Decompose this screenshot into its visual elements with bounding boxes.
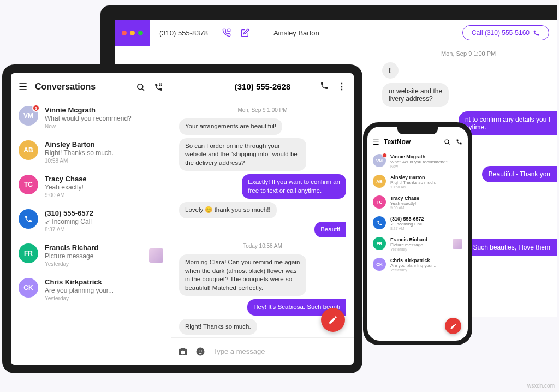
conversation-preview: ↙ Incoming Call [390, 222, 462, 227]
svg-point-9 [445, 140, 449, 144]
avatar [19, 209, 38, 229]
svg-rect-4 [159, 85, 160, 86]
unread-badge [382, 153, 387, 158]
laptop-contact-name: Ainsley Barton [273, 29, 319, 37]
conversation-name: (310) 555-6572 [390, 216, 462, 222]
laptop-phone-number: (310) 555-8378 [150, 29, 218, 37]
conversation-item[interactable]: ABAinsley BartonRight! Thanks so much.10… [11, 135, 171, 169]
conversation-item[interactable]: FRFrancis RichardPicture messageYesterda… [11, 238, 171, 272]
incoming-bubble: So can I order online through your websi… [179, 138, 306, 171]
outgoing-bubble: n. Such beauties, I love them [459, 239, 557, 256]
conversation-preview: What would you recommend? [45, 115, 163, 122]
conversation-item[interactable]: CKChris KirkpatrickAre you planning your… [367, 254, 468, 275]
conversation-preview: Yeah exactly! [45, 183, 163, 191]
conversation-name: (310) 555-6572 [45, 209, 163, 217]
phone-conversation-list: VMVinnie McgrathWhat would you recommend… [367, 150, 468, 276]
search-icon[interactable] [444, 139, 450, 145]
minimize-dot-icon[interactable] [130, 31, 135, 35]
conversation-time: Now [45, 123, 163, 129]
unread-badge: 1 [32, 104, 40, 112]
conversation-preview: Yeah exactly! [390, 201, 462, 206]
outgoing-bubble: Beautiful - Thank you [482, 166, 557, 182]
svg-point-8 [201, 350, 202, 351]
conversation-item[interactable]: (310) 555-6572↙ Incoming Call8:37 AM [367, 213, 468, 234]
svg-rect-3 [161, 83, 162, 84]
conversation-preview: Picture message [45, 252, 142, 260]
conversation-item[interactable]: VMVinnie McgrathWhat would you recommend… [367, 151, 468, 171]
svg-rect-5 [161, 85, 162, 86]
conversation-name: Tracy Chase [390, 195, 462, 201]
phone-device: ☰ TextNow VMVinnie McgrathWhat would you… [363, 122, 472, 345]
chat-header: (310) 555-2628 ⋮ [171, 73, 354, 100]
conversation-name: Francis Richard [390, 237, 448, 242]
outgoing-bubble: Beautif [314, 222, 346, 238]
menu-icon[interactable]: ☰ [373, 138, 379, 146]
more-icon[interactable]: ⋮ [337, 81, 346, 92]
conversation-time: 9:00 AM [45, 192, 163, 198]
conversation-name: Vinnie Mcgrath [45, 106, 163, 114]
conversation-time: Now [390, 164, 462, 168]
avatar: FR [373, 237, 386, 250]
outgoing-bubble: Exactly! If you want to confirm an free … [242, 174, 346, 199]
laptop-header: (310) 555-8378 Ainsley Barton Call (310)… [115, 20, 557, 46]
close-dot-icon[interactable] [122, 31, 127, 35]
sidebar-header: ☰ Conversations [11, 73, 171, 100]
phone-icon[interactable] [320, 81, 329, 92]
avatar: VM1 [19, 106, 38, 126]
avatar: AB [19, 140, 38, 160]
conversation-list: VM1Vinnie McgrathWhat would you recommen… [11, 100, 171, 365]
message-input[interactable]: Type a message [213, 347, 347, 355]
timestamp: Today 10:58 AM [243, 243, 282, 249]
call-button[interactable]: Call (310) 555-5160 [462, 25, 549, 40]
emoji-icon[interactable] [195, 347, 205, 357]
conversation-preview: What would you recommend? [390, 159, 462, 164]
conversation-item[interactable]: (310) 555-6572↙ Incoming Call8:37 AM [11, 204, 171, 238]
compose-fab[interactable] [445, 318, 461, 334]
svg-rect-0 [228, 29, 230, 32]
incoming-bubble: l! [382, 62, 399, 79]
dialpad-icon[interactable] [154, 82, 163, 92]
conversation-preview: ↙ Incoming Call [45, 218, 163, 225]
conversation-item[interactable]: TCTracy ChaseYeah exactly!9:00 AM [11, 169, 171, 204]
conversation-name: Francis Richard [45, 243, 142, 252]
maximize-dot-icon[interactable] [138, 31, 143, 35]
conversation-time: 9:00 AM [390, 206, 462, 210]
compose-fab[interactable] [321, 308, 345, 332]
conversation-name: Vinnie Mcgrath [390, 154, 462, 159]
conversation-item[interactable]: ABAinsley BartonRight! Thanks so much.10… [367, 171, 468, 192]
phone-screen: ☰ TextNow VMVinnie McgrathWhat would you… [367, 127, 468, 341]
camera-icon[interactable] [178, 347, 188, 357]
search-icon[interactable] [136, 82, 145, 92]
conversation-item[interactable]: CKChris KirkpatrickAre you planning your… [11, 272, 171, 307]
avatar: AB [373, 175, 386, 188]
conversation-preview: Right! Thanks so much. [45, 149, 163, 157]
incoming-bubble: Your arrangements are beautiful! [179, 118, 282, 135]
dialpad-icon[interactable] [222, 28, 231, 37]
conversation-item[interactable]: FRFrancis RichardPicture messageYesterda… [367, 234, 468, 254]
svg-point-7 [199, 350, 200, 351]
conversation-time: 10:58 AM [45, 158, 163, 164]
image-thumbnail [149, 248, 163, 263]
outgoing-bubble: nt to confirm any details you f nytime. [459, 111, 557, 135]
conversation-item[interactable]: TCTracy ChaseYeah exactly!9:00 AM [367, 192, 468, 213]
conversation-item[interactable]: VM1Vinnie McgrathWhat would you recommen… [11, 100, 171, 135]
conversation-name: Tracy Chase [45, 175, 163, 183]
dialpad-icon[interactable] [456, 139, 462, 145]
conversation-preview: Right! Thanks so much. [390, 180, 462, 185]
sidebar-title: Conversations [35, 82, 96, 92]
phone-title: TextNow [384, 138, 411, 146]
phone-notch [397, 127, 438, 134]
compose-icon[interactable] [241, 28, 249, 37]
conversation-time: 10:58 AM [390, 185, 462, 189]
laptop-timestamp: Mon, Sep 9 1:00 PM [441, 50, 496, 57]
avatar [373, 216, 386, 229]
call-button-label: Call (310) 555-5160 [472, 29, 530, 37]
incoming-bubble: Lovely 😊 thank you so much!! [179, 202, 277, 218]
window-controls[interactable] [115, 20, 150, 46]
image-thumbnail [453, 239, 462, 249]
conversation-time: Yesterday [45, 295, 163, 301]
menu-icon[interactable]: ☰ [19, 81, 27, 93]
avatar: CK [373, 258, 386, 271]
svg-point-6 [197, 347, 205, 355]
phone-icon [533, 29, 540, 37]
